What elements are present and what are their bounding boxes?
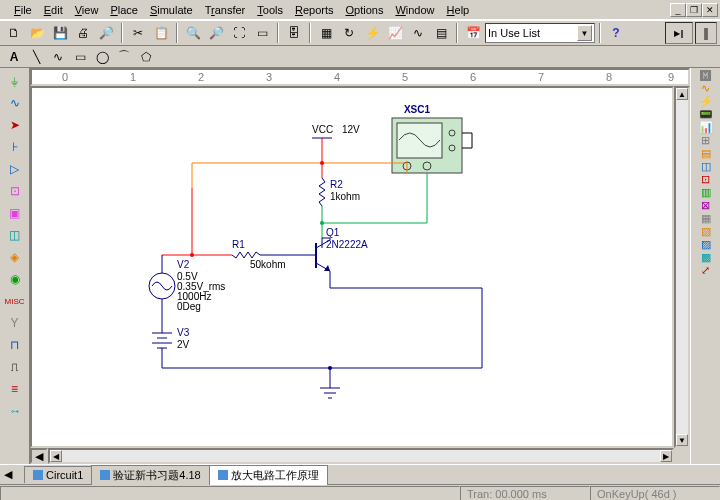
- database-button[interactable]: 🗄: [283, 22, 305, 44]
- vertical-scrollbar[interactable]: ▲ ▼: [674, 86, 690, 448]
- indicator-tool[interactable]: ◉: [3, 268, 27, 290]
- wizard-button[interactable]: ⚡: [361, 22, 383, 44]
- r1-value: 50kohm: [250, 259, 286, 270]
- save-button[interactable]: 💾: [49, 22, 71, 44]
- word-gen-tool[interactable]: ⊞: [701, 134, 710, 147]
- menu-options[interactable]: Options: [340, 2, 390, 18]
- scroll-right-icon[interactable]: ▶: [660, 450, 672, 462]
- misc-digital-tool[interactable]: ◫: [3, 224, 27, 246]
- schematic-canvas[interactable]: XSC1 VCC 12V R2 1kohm: [30, 86, 674, 448]
- polyline-tool[interactable]: ∿: [47, 46, 69, 68]
- bus-tool[interactable]: ≡: [3, 378, 27, 400]
- bode-tool[interactable]: 📊: [699, 121, 713, 134]
- ladder-tool[interactable]: ⎍: [3, 356, 27, 378]
- menu-view[interactable]: View: [69, 2, 105, 18]
- tab-exercise[interactable]: 验证新书习题4.18: [91, 465, 209, 485]
- restore-button[interactable]: ❐: [686, 3, 702, 17]
- tab-amplifier-active[interactable]: 放大电路工作原理: [209, 465, 328, 485]
- cut-button[interactable]: ✂: [127, 22, 149, 44]
- horizontal-scrollbar[interactable]: ◀ ▶: [48, 448, 674, 464]
- arc-tool[interactable]: ⌒: [113, 46, 135, 68]
- electromech-tool[interactable]: ⊓: [3, 334, 27, 356]
- vcc-label: VCC: [312, 124, 333, 135]
- basic-tool[interactable]: ∿: [3, 92, 27, 114]
- mixed-tool[interactable]: ◈: [3, 246, 27, 268]
- agilent-mm-tool[interactable]: ▧: [701, 225, 711, 238]
- analog-tool[interactable]: ▷: [3, 158, 27, 180]
- zoom-in-button[interactable]: 🔍: [182, 22, 204, 44]
- v3-value: 2V: [177, 339, 190, 350]
- function-gen-tool[interactable]: ∿: [701, 82, 710, 95]
- help-button[interactable]: ?: [605, 22, 627, 44]
- scroll-up-icon[interactable]: ▲: [676, 88, 688, 100]
- wattmeter-tool[interactable]: ⚡: [699, 95, 713, 108]
- agilent-fg-tool[interactable]: ▦: [701, 212, 711, 225]
- calendar-button[interactable]: 📅: [462, 22, 484, 44]
- connector-tool[interactable]: ⊶: [3, 400, 27, 422]
- use-list-combo[interactable]: In Use List ▼: [485, 23, 595, 43]
- network-tool[interactable]: ⊠: [701, 199, 710, 212]
- tab-nav-icon[interactable]: ◀: [4, 468, 18, 482]
- pause-button[interactable]: ‖: [695, 22, 717, 44]
- v3-label: V3: [177, 327, 190, 338]
- line-tool[interactable]: ╲: [25, 46, 47, 68]
- logic-analyzer-tool[interactable]: ▤: [701, 147, 711, 160]
- graph-button[interactable]: 📈: [384, 22, 406, 44]
- zoom-out-button[interactable]: 🔎: [205, 22, 227, 44]
- zoom-fit-button[interactable]: ⛶: [228, 22, 250, 44]
- close-button[interactable]: ✕: [702, 3, 718, 17]
- open-button[interactable]: 📂: [26, 22, 48, 44]
- menu-edit[interactable]: Edit: [38, 2, 69, 18]
- menu-window[interactable]: Window: [389, 2, 440, 18]
- menu-reports[interactable]: Reports: [289, 2, 340, 18]
- distortion-tool[interactable]: ⊡: [701, 173, 710, 186]
- paste-button[interactable]: 📋: [150, 22, 172, 44]
- menu-tools[interactable]: Tools: [251, 2, 289, 18]
- refresh-button[interactable]: ↻: [338, 22, 360, 44]
- spreadsheet-button[interactable]: ▦: [315, 22, 337, 44]
- rect-tool[interactable]: ▭: [69, 46, 91, 68]
- preview-button[interactable]: 🔎: [95, 22, 117, 44]
- tek-scope-tool[interactable]: ▩: [701, 251, 711, 264]
- dropdown-arrow-icon[interactable]: ▼: [577, 25, 592, 41]
- rf-tool[interactable]: Y: [3, 312, 27, 334]
- probe-tool[interactable]: ⤢: [701, 264, 710, 277]
- new-button[interactable]: 🗋: [3, 22, 25, 44]
- menu-transfer[interactable]: Transfer: [199, 2, 252, 18]
- resistor-r1[interactable]: [232, 252, 260, 258]
- source-tool[interactable]: ⏚: [3, 70, 27, 92]
- ttl-tool[interactable]: ⊡: [3, 180, 27, 202]
- menu-simulate[interactable]: Simulate: [144, 2, 199, 18]
- r2-value: 1kohm: [330, 191, 360, 202]
- v2-label: V2: [177, 259, 190, 270]
- q1-label: Q1: [326, 227, 340, 238]
- run-button[interactable]: ▶‖: [665, 22, 693, 44]
- document-tabs: ◀ Circuit1 验证新书习题4.18 放大电路工作原理: [0, 464, 720, 484]
- postprocessor-button[interactable]: ▤: [430, 22, 452, 44]
- polygon-tool[interactable]: ⬠: [135, 46, 157, 68]
- oscilloscope-tool[interactable]: 📟: [699, 108, 713, 121]
- resistor-r2[interactable]: [319, 178, 325, 206]
- tab-circuit1[interactable]: Circuit1: [24, 466, 92, 483]
- zoom-area-button[interactable]: ▭: [251, 22, 273, 44]
- text-tool[interactable]: A: [3, 46, 25, 68]
- spectrum-tool[interactable]: ▥: [701, 186, 711, 199]
- misc-tool[interactable]: MISC: [3, 290, 27, 312]
- menu-help[interactable]: Help: [441, 2, 476, 18]
- ellipse-tool[interactable]: ◯: [91, 46, 113, 68]
- analysis-button[interactable]: ∿: [407, 22, 429, 44]
- scroll-down-icon[interactable]: ▼: [676, 434, 688, 446]
- transistor-tool[interactable]: ⊦: [3, 136, 27, 158]
- menu-file[interactable]: File: [8, 2, 38, 18]
- cmos-tool[interactable]: ▣: [3, 202, 27, 224]
- minimize-button[interactable]: _: [670, 3, 686, 17]
- sheet-nav-icon[interactable]: ◀: [30, 448, 48, 464]
- menu-place[interactable]: Place: [104, 2, 144, 18]
- draw-toolbar: A ╲ ∿ ▭ ◯ ⌒ ⬠: [0, 46, 720, 68]
- agilent-scope-tool[interactable]: ▨: [701, 238, 711, 251]
- logic-conv-tool[interactable]: ◫: [701, 160, 711, 173]
- print-button[interactable]: 🖨: [72, 22, 94, 44]
- multimeter-tool[interactable]: 🅼: [700, 70, 711, 82]
- scroll-left-icon[interactable]: ◀: [50, 450, 62, 462]
- diode-tool[interactable]: ➤: [3, 114, 27, 136]
